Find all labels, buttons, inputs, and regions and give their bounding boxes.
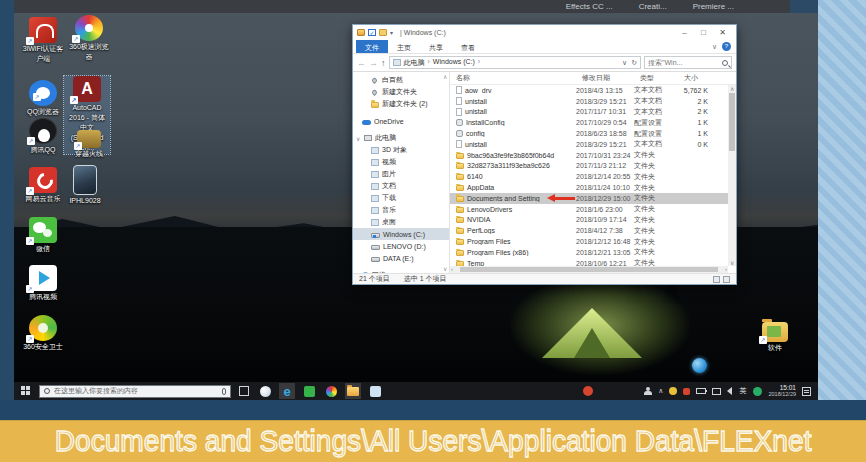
file-row[interactable]: unistall2017/11/7 10:31文本文档2 K xyxy=(450,107,728,118)
nav-item-此电脑[interactable]: ∨此电脑 xyxy=(353,132,449,144)
column-header-修改日期[interactable]: 修改日期 xyxy=(576,73,634,83)
desktop-icon-tencent-qq[interactable]: ↗腾讯QQ xyxy=(20,118,66,154)
display-icon[interactable] xyxy=(712,388,721,395)
nav-item-新建文件夹 (2)[interactable]: 新建文件夹 (2) xyxy=(353,98,449,110)
file-row[interactable]: InstallConfig2017/10/29 0:54配置设置1 K xyxy=(450,117,728,128)
scroll-thumb[interactable] xyxy=(460,267,718,272)
nav-item-DATA (E:)[interactable]: DATA (E:) xyxy=(353,252,449,264)
desktop-icon-browser-360-speed[interactable]: ↗360极速浏览器 xyxy=(66,15,112,61)
taskbar-file-explorer[interactable] xyxy=(345,383,361,399)
back-button[interactable]: ← xyxy=(357,58,366,68)
horizontal-scrollbar[interactable]: ‹ › xyxy=(450,266,728,273)
action-center-icon[interactable] xyxy=(802,387,811,396)
file-row[interactable]: AppData2018/11/24 10:10文件夹 xyxy=(450,182,728,193)
floating-widget[interactable] xyxy=(692,358,707,373)
breadcrumb-segment[interactable]: 此电脑 xyxy=(404,58,425,68)
nav-item-新建文件夹[interactable]: 新建文件夹 xyxy=(353,86,449,98)
nav-item-文档[interactable]: 文档 xyxy=(353,180,449,192)
forward-button[interactable]: → xyxy=(369,58,378,68)
chevron-down-icon[interactable]: ▾ xyxy=(390,29,393,36)
task-view-button[interactable] xyxy=(239,386,249,396)
file-row[interactable]: config2018/6/23 18:58配置设置1 K xyxy=(450,128,728,139)
scroll-down-icon[interactable]: ∨ xyxy=(730,259,734,266)
column-header-类型[interactable]: 类型 xyxy=(634,73,678,83)
taskbar-edge[interactable]: e xyxy=(279,383,295,399)
taskbar-360-speed-browser[interactable] xyxy=(323,383,339,399)
tray-chevron-up-icon[interactable]: ∧ xyxy=(658,387,663,395)
file-row[interactable]: unistall2018/3/29 15:21文本文档0 K xyxy=(450,139,728,150)
file-row[interactable]: LenovoDrivers2018/1/6 23:00文件夹 xyxy=(450,204,728,215)
thumbnail-view-icon[interactable] xyxy=(723,276,730,283)
vertical-scrollbar[interactable]: ∧ ∨ xyxy=(728,85,736,266)
list-view-icon[interactable] xyxy=(713,276,720,283)
tab-文件[interactable]: 文件 xyxy=(356,40,388,53)
minimize-button[interactable]: – xyxy=(675,26,694,40)
file-row[interactable]: PerfLogs2018/4/12 7:38文件夹 xyxy=(450,225,728,236)
nav-item-桌面[interactable]: 桌面 xyxy=(353,216,449,228)
desktop-icon-wechat[interactable]: ↗微信 xyxy=(20,217,66,253)
nav-item-3D 对象[interactable]: 3D 对象 xyxy=(353,144,449,156)
desktop-icon-wifi-client[interactable]: ↗3iWiFi认证客户端 xyxy=(20,17,66,63)
battery-icon[interactable] xyxy=(696,388,706,394)
tab-查看[interactable]: 查看 xyxy=(452,40,484,53)
file-row[interactable]: 61402018/12/14 20:55文件夹 xyxy=(450,171,728,182)
explorer-titlebar[interactable]: ✓ ▾ | Windows (C:) – □ ✕ xyxy=(353,25,736,40)
tab-共享[interactable]: 共享 xyxy=(420,40,452,53)
nav-item-OneDrive[interactable]: OneDrive xyxy=(353,115,449,127)
address-dropdown-icon[interactable]: ∨ xyxy=(622,59,627,67)
maximize-button[interactable]: □ xyxy=(694,26,713,40)
microphone-icon[interactable] xyxy=(222,388,226,395)
desktop-icon-qq-browser[interactable]: ↗QQ浏览器 xyxy=(20,80,66,116)
desktop-icon-software-folder[interactable]: ↗软件 xyxy=(752,318,798,352)
scroll-thumb[interactable] xyxy=(729,93,735,151)
ribbon-collapse-icon[interactable]: ∨ xyxy=(712,43,717,51)
column-header-名称[interactable]: 名称 xyxy=(450,73,576,83)
nav-item-视频[interactable]: 视频 xyxy=(353,156,449,168)
taskbar-red-app[interactable] xyxy=(580,383,596,399)
nav-item-音乐[interactable]: 音乐 xyxy=(353,204,449,216)
desktop-icon-iphl9028-photo[interactable]: IPHL9028 xyxy=(62,165,108,205)
netease-tray-icon[interactable] xyxy=(683,388,690,395)
scroll-left-icon[interactable]: ‹ xyxy=(451,266,453,272)
file-row[interactable]: Documents and Setting2018/12/29 15:00文件夹 xyxy=(450,193,728,204)
start-button[interactable] xyxy=(21,386,31,396)
nav-item-图片[interactable]: 图片 xyxy=(353,168,449,180)
chevron-down-icon[interactable]: ∨ xyxy=(356,135,361,142)
file-row[interactable]: Program Files2018/12/12 16:48文件夹 xyxy=(450,236,728,247)
breadcrumb-segment[interactable]: Windows (C:) xyxy=(433,58,475,68)
up-button[interactable]: ↑ xyxy=(381,58,386,68)
column-header-大小[interactable]: 大小 xyxy=(678,73,712,83)
clock[interactable]: 15:01 2018/12/29 xyxy=(768,385,796,398)
nav-scrollbar[interactable]: ∧ ∨ xyxy=(442,72,449,273)
nav-item-Windows (C:)[interactable]: Windows (C:) xyxy=(353,228,449,240)
scroll-up-icon[interactable]: ∧ xyxy=(730,85,734,92)
desktop-icon-tencent-video[interactable]: ↗腾讯视频 xyxy=(20,265,66,301)
scroll-down-icon[interactable]: ∨ xyxy=(443,265,447,272)
wechat-tray-icon[interactable] xyxy=(753,387,762,396)
ime-indicator[interactable]: 英 xyxy=(738,385,747,397)
tab-主页[interactable]: 主页 xyxy=(388,40,420,53)
desktop-icon-netease-music[interactable]: ↗网易云音乐 xyxy=(20,167,66,203)
nav-item-下载[interactable]: 下载 xyxy=(353,192,449,204)
scroll-up-icon[interactable]: ∧ xyxy=(443,73,447,80)
file-row[interactable]: NVIDIA2018/10/9 17:14文件夹 xyxy=(450,215,728,226)
refresh-icon[interactable]: ↻ xyxy=(631,59,637,67)
file-row[interactable]: 9bac96a3fe9fe3b865f0b64d2017/10/31 23:24… xyxy=(450,150,728,161)
nav-item-白百然[interactable]: 白百然 xyxy=(353,74,449,86)
help-icon[interactable]: ? xyxy=(722,42,731,51)
check-icon[interactable]: ✓ xyxy=(368,29,376,36)
nav-item-LENOVO (D:)[interactable]: LENOVO (D:) xyxy=(353,240,449,252)
desktop-icon-crossfire[interactable]: ↗穿越火线 xyxy=(66,126,112,158)
file-row[interactable]: aow_drv2018/4/3 13:15文本文档5,762 K xyxy=(450,85,728,96)
people-icon[interactable] xyxy=(644,387,652,395)
file-row[interactable]: 32d8273a311f93eba9c6262017/11/3 21:12文件夹 xyxy=(450,161,728,172)
taskbar-search-input[interactable]: 在这里输入你要搜索的内容 xyxy=(39,385,231,398)
new-folder-icon[interactable] xyxy=(379,29,387,36)
search-input[interactable]: 搜索"Win... xyxy=(644,56,732,69)
scroll-right-icon[interactable]: › xyxy=(725,266,727,272)
360-tray-icon[interactable] xyxy=(669,387,677,395)
taskbar-light-app[interactable] xyxy=(367,383,383,399)
desktop-icon-360-safe[interactable]: ↗360安全卫士 xyxy=(20,315,66,351)
breadcrumb[interactable]: 此电脑›Windows (C:)› ∨ ↻ xyxy=(389,56,642,69)
close-button[interactable]: ✕ xyxy=(713,26,732,40)
